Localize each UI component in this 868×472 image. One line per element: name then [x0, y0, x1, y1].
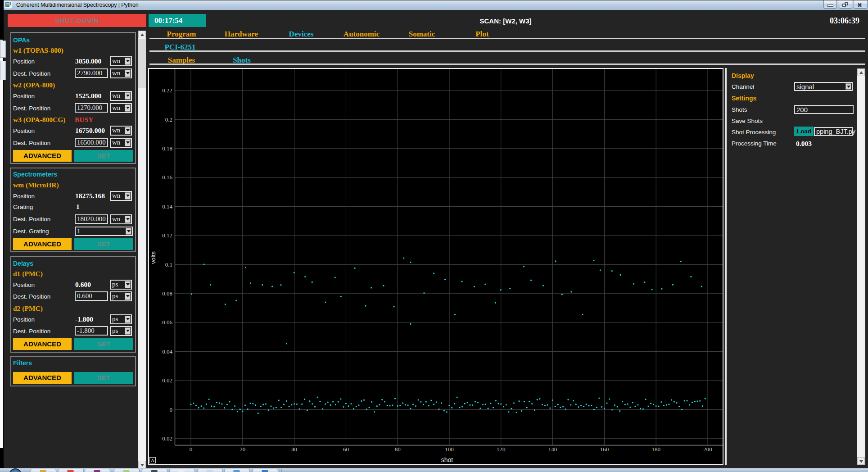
svg-text:0.08: 0.08	[162, 290, 172, 297]
svg-text:0.2: 0.2	[165, 116, 172, 123]
svg-text:140: 140	[548, 446, 557, 453]
svg-text:volts: volts	[150, 251, 157, 264]
svg-text:0.16: 0.16	[162, 174, 172, 181]
svg-text:0.18: 0.18	[162, 145, 172, 152]
svg-text:160: 160	[600, 446, 609, 453]
svg-text:0.22: 0.22	[162, 87, 172, 94]
svg-text:180: 180	[651, 446, 660, 453]
svg-text:200: 200	[703, 446, 712, 453]
svg-text:60: 60	[343, 446, 349, 453]
svg-text:120: 120	[497, 446, 506, 453]
svg-text:0.06: 0.06	[162, 319, 172, 326]
svg-text:0.02: 0.02	[162, 377, 172, 384]
svg-text:0.14: 0.14	[162, 203, 172, 210]
svg-text:0: 0	[190, 446, 193, 453]
svg-text:40: 40	[291, 446, 297, 453]
svg-text:0.1: 0.1	[165, 261, 172, 268]
svg-text:80: 80	[395, 446, 401, 453]
svg-text:0.04: 0.04	[162, 348, 172, 355]
svg-text:100: 100	[445, 446, 454, 453]
svg-text:0: 0	[170, 406, 173, 413]
svg-text:-0.02: -0.02	[160, 435, 172, 442]
svg-text:shot: shot	[441, 456, 453, 463]
svg-text:0.12: 0.12	[162, 232, 172, 239]
svg-text:20: 20	[240, 446, 245, 453]
